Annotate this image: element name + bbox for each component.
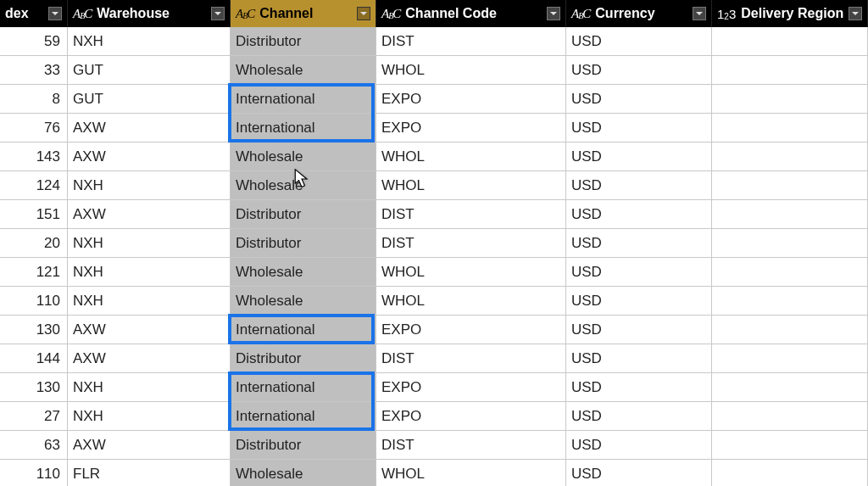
cell-code[interactable]: WHOL: [376, 287, 566, 316]
cell-region[interactable]: [712, 402, 868, 431]
cell-warehouse[interactable]: AXW: [68, 142, 231, 171]
cell-code[interactable]: EXPO: [376, 85, 566, 114]
column-header-code[interactable]: ABCChannel Code: [376, 0, 566, 27]
cell-index[interactable]: 130: [0, 373, 68, 402]
cell-currency[interactable]: USD: [566, 114, 712, 142]
cell-channel[interactable]: Wholesale: [231, 142, 376, 171]
column-header-currency[interactable]: ABCCurrency: [566, 0, 712, 27]
cell-channel[interactable]: Wholesale: [231, 287, 376, 316]
cell-channel[interactable]: International: [231, 373, 376, 402]
cell-index[interactable]: 121: [0, 258, 68, 287]
cell-code[interactable]: EXPO: [376, 316, 566, 344]
cell-region[interactable]: [712, 229, 868, 258]
cell-region[interactable]: [712, 200, 868, 229]
cell-region[interactable]: [712, 142, 868, 171]
cell-channel[interactable]: International: [231, 316, 376, 344]
cell-code[interactable]: WHOL: [376, 171, 566, 200]
column-header-region[interactable]: 123Delivery Region: [712, 0, 868, 27]
cell-index[interactable]: 143: [0, 142, 68, 171]
cell-code[interactable]: DIST: [376, 431, 566, 460]
filter-dropdown-icon[interactable]: [357, 7, 370, 20]
cell-warehouse[interactable]: AXW: [68, 316, 231, 344]
cell-channel[interactable]: Distributor: [231, 27, 376, 56]
cell-region[interactable]: [712, 344, 868, 373]
cell-index[interactable]: 27: [0, 402, 68, 431]
cell-warehouse[interactable]: NXH: [68, 373, 231, 402]
cell-code[interactable]: WHOL: [376, 258, 566, 287]
cell-index[interactable]: 59: [0, 27, 68, 56]
cell-channel[interactable]: International: [231, 402, 376, 431]
cell-currency[interactable]: USD: [566, 258, 712, 287]
cell-code[interactable]: EXPO: [376, 373, 566, 402]
cell-currency[interactable]: USD: [566, 85, 712, 114]
cell-warehouse[interactable]: NXH: [68, 287, 231, 316]
cell-warehouse[interactable]: AXW: [68, 200, 231, 229]
cell-warehouse[interactable]: NXH: [68, 27, 231, 56]
column-header-channel[interactable]: ABCChannel: [231, 0, 376, 27]
cell-warehouse[interactable]: AXW: [68, 114, 231, 142]
cell-code[interactable]: DIST: [376, 27, 566, 56]
cell-index[interactable]: 110: [0, 460, 68, 486]
cell-channel[interactable]: Distributor: [231, 431, 376, 460]
cell-index[interactable]: 63: [0, 431, 68, 460]
cell-code[interactable]: DIST: [376, 229, 566, 258]
cell-region[interactable]: [712, 460, 868, 486]
cell-region[interactable]: [712, 171, 868, 200]
filter-dropdown-icon[interactable]: [547, 7, 560, 20]
cell-currency[interactable]: USD: [566, 200, 712, 229]
cell-region[interactable]: [712, 258, 868, 287]
cell-code[interactable]: WHOL: [376, 56, 566, 85]
cell-index[interactable]: 110: [0, 287, 68, 316]
cell-code[interactable]: EXPO: [376, 402, 566, 431]
cell-code[interactable]: EXPO: [376, 114, 566, 142]
cell-currency[interactable]: USD: [566, 431, 712, 460]
cell-warehouse[interactable]: GUT: [68, 85, 231, 114]
cell-warehouse[interactable]: NXH: [68, 402, 231, 431]
cell-warehouse[interactable]: AXW: [68, 431, 231, 460]
cell-channel[interactable]: Wholesale: [231, 56, 376, 85]
cell-channel[interactable]: International: [231, 85, 376, 114]
cell-channel[interactable]: Wholesale: [231, 171, 376, 200]
cell-region[interactable]: [712, 373, 868, 402]
cell-code[interactable]: WHOL: [376, 142, 566, 171]
cell-warehouse[interactable]: AXW: [68, 344, 231, 373]
cell-index[interactable]: 33: [0, 56, 68, 85]
cell-warehouse[interactable]: NXH: [68, 258, 231, 287]
cell-currency[interactable]: USD: [566, 287, 712, 316]
cell-warehouse[interactable]: NXH: [68, 171, 231, 200]
cell-index[interactable]: 8: [0, 85, 68, 114]
cell-region[interactable]: [712, 114, 868, 142]
cell-currency[interactable]: USD: [566, 56, 712, 85]
cell-warehouse[interactable]: FLR: [68, 460, 231, 486]
column-header-warehouse[interactable]: ABCWarehouse: [68, 0, 231, 27]
cell-index[interactable]: 20: [0, 229, 68, 258]
cell-region[interactable]: [712, 431, 868, 460]
filter-dropdown-icon[interactable]: [48, 7, 62, 20]
cell-code[interactable]: DIST: [376, 344, 566, 373]
cell-channel[interactable]: Distributor: [231, 200, 376, 229]
cell-currency[interactable]: USD: [566, 171, 712, 200]
cell-currency[interactable]: USD: [566, 344, 712, 373]
cell-currency[interactable]: USD: [566, 142, 712, 171]
cell-region[interactable]: [712, 287, 868, 316]
cell-region[interactable]: [712, 56, 868, 85]
cell-channel[interactable]: Wholesale: [231, 460, 376, 486]
cell-code[interactable]: WHOL: [376, 460, 566, 486]
cell-channel[interactable]: Distributor: [231, 229, 376, 258]
cell-channel[interactable]: International: [231, 114, 376, 142]
cell-currency[interactable]: USD: [566, 27, 712, 56]
cell-index[interactable]: 130: [0, 316, 68, 344]
cell-currency[interactable]: USD: [566, 316, 712, 344]
cell-warehouse[interactable]: NXH: [68, 229, 231, 258]
cell-index[interactable]: 76: [0, 114, 68, 142]
cell-index[interactable]: 144: [0, 344, 68, 373]
cell-code[interactable]: DIST: [376, 200, 566, 229]
cell-warehouse[interactable]: GUT: [68, 56, 231, 85]
filter-dropdown-icon[interactable]: [211, 7, 225, 20]
cell-currency[interactable]: USD: [566, 402, 712, 431]
cell-index[interactable]: 124: [0, 171, 68, 200]
cell-currency[interactable]: USD: [566, 373, 712, 402]
cell-currency[interactable]: USD: [566, 460, 712, 486]
cell-channel[interactable]: Wholesale: [231, 258, 376, 287]
cell-currency[interactable]: USD: [566, 229, 712, 258]
